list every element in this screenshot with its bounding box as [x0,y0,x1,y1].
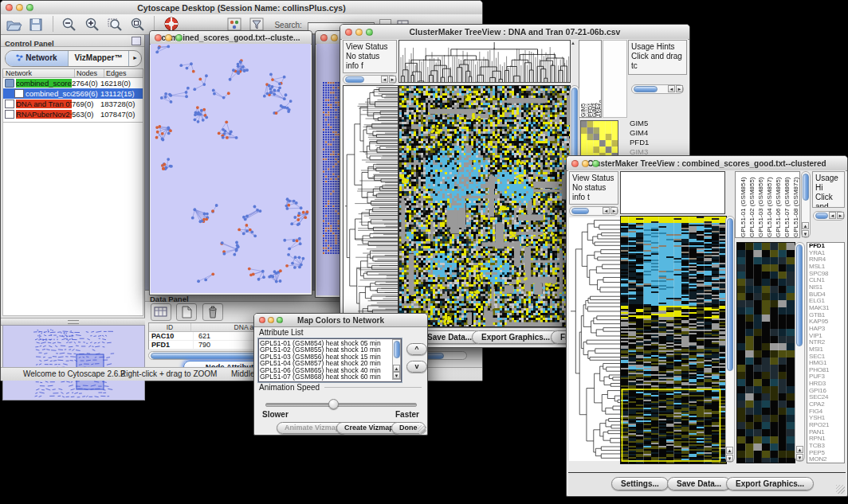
zoom-button[interactable] [175,34,183,41]
network-view-canvas[interactable] [151,44,311,293]
open-session-icon[interactable] [5,16,22,33]
tv2-heatmap-vscroll-thumb[interactable] [727,218,733,371]
tv2-column-label[interactable]: GPL51-07 (GSM868) [783,177,791,237]
network-table-row[interactable]: RNAPuberNov2+563(0)107847(0) [3,109,143,119]
tv1-status-scrollbar[interactable]: ◄ ► [343,75,397,84]
scroll-up-arrow[interactable]: ▲ [726,447,733,454]
move-up-button[interactable]: ^ [406,343,427,355]
tv1-row-label[interactable]: GIM4 [630,128,685,138]
scroll-right-arrow[interactable]: ► [837,212,844,219]
tv1-row-dendrogram-canvas[interactable] [343,85,398,327]
network-overview-canvas[interactable] [2,325,145,400]
dialog-title-bar[interactable]: Map Colors to Network [254,314,427,327]
zoom-fit-icon[interactable] [129,16,147,33]
main-title-bar[interactable]: Cytoscape Desktop (Session Name: collins… [1,1,482,15]
scroll-right-arrow[interactable]: ► [610,207,618,214]
tv1-row-label[interactable]: GIM5 [630,119,685,128]
tv1-column-dendrogram-canvas[interactable] [398,40,571,83]
tv2-save-data-button[interactable]: Save Data... [667,477,731,490]
tv1-heatmap-canvas[interactable] [398,85,571,327]
slider-thumb[interactable] [328,399,339,409]
tv2-export-graphics-button[interactable]: Export Graphics... [726,477,814,490]
treeview1-title-bar[interactable]: ClusterMaker TreeView : DNA and Tran 07-… [340,25,689,40]
tv2-column-label[interactable]: GPL51-02 (GSM855) [748,177,756,237]
move-down-button[interactable]: v [406,361,427,373]
minimize-button[interactable] [16,4,23,11]
tv2-row-dendrogram-canvas[interactable] [569,217,620,461]
zoom-selected-icon[interactable] [106,16,124,33]
minimize-button[interactable] [582,160,589,167]
tab-vizmapper[interactable]: VizMapper™ [69,51,129,66]
tv1-row-label[interactable]: PFD1 [630,138,685,147]
minimize-button[interactable] [331,34,338,41]
tv1-export-graphics-button[interactable]: Export Graphics... [472,330,559,344]
scroll-right-arrow[interactable]: ► [676,85,683,92]
float-panel-icon[interactable] [132,37,141,45]
scroll-down-arrow[interactable]: ▼ [802,230,809,237]
attribute-select-icon[interactable] [151,303,171,321]
network-table-row[interactable]: combined_sco2569(6)13112(15) [3,88,143,99]
attribute-list-scroll-thumb[interactable] [394,341,400,358]
resize-grip[interactable] [836,485,845,494]
tv2-heatmap-vscrollbar[interactable]: ▲ ▼ [725,216,735,463]
tv2-zoomed-heatmap-canvas[interactable] [736,242,795,463]
tv2-column-label[interactable]: GPL51-04 (GSM857) [765,177,774,237]
scroll-right-arrow[interactable]: ► [389,76,396,83]
tv2-settings-button[interactable]: Settings... [611,477,669,490]
tv2-column-label[interactable]: GPL51-06 (GSM865) [774,177,783,237]
scroll-left-arrow[interactable]: ◄ [603,207,610,214]
tv2-column-label[interactable]: GPL51-08 (GSM872) [791,177,800,237]
zoom-button[interactable] [366,29,373,36]
tv2-status-scrollbar[interactable]: ◄ ► [569,206,618,216]
scroll-down-arrow[interactable]: ▼ [393,372,400,379]
frame1-title-bar[interactable]: combined_scores_good.txt--cluste... [150,31,312,45]
new-attribute-icon[interactable] [176,303,197,321]
tv1-correlation-matrix-canvas[interactable] [580,120,618,160]
delete-attribute-icon[interactable] [202,303,223,321]
tv1-status-scroll-thumb[interactable] [345,76,364,83]
scroll-up-arrow[interactable]: ▲ [802,222,809,229]
minimize-button[interactable] [165,34,172,41]
attribute-list-item[interactable]: GPL51-07 (GSM868) heat shock 60 min [260,373,391,380]
tv2-column-label[interactable]: GPL51-01 (GSM854) [739,177,748,237]
tv2-usage-scroll-thumb[interactable] [815,213,828,219]
tv2-zoom-vscrollbar[interactable]: ▲ ▼ [795,242,805,462]
tv1-tree-up-arrow[interactable]: ▲ [571,41,575,45]
tv2-zoom-vscroll-thumb[interactable] [796,244,803,346]
tv2-column-label[interactable]: GPL51-03 (GSM856) [756,177,765,237]
tv2-usage-scrollbar[interactable]: ◄ ► [813,211,845,221]
scroll-down-arrow[interactable]: ▼ [796,454,803,461]
scroll-left-arrow[interactable]: ◄ [829,212,836,219]
attribute-listbox[interactable]: GPL51-01 (GSM854) heat shock 05 minGPL51… [258,338,402,382]
tv1-column-label[interactable]: PAC10 [600,100,603,117]
tv2-labels-vscrollbar[interactable]: ▲ ▼ [801,171,811,238]
tv1-usage-scrollbar[interactable]: ◄ ► [631,84,684,94]
tv2-status-scroll-thumb[interactable] [571,208,589,214]
save-session-icon[interactable] [27,16,45,33]
attribute-list-vscrollbar[interactable]: ▲ ▼ [392,339,401,380]
tab-network[interactable]: Network [6,51,69,66]
zoom-button[interactable] [277,317,283,323]
tv2-heatmap-canvas[interactable] [620,216,727,464]
scroll-down-arrow[interactable]: ▼ [726,455,733,462]
scroll-left-arrow[interactable]: ◄ [381,76,388,83]
resize-grip[interactable] [418,425,426,434]
close-button[interactable] [155,34,162,41]
gene-list-item[interactable]: MON2 [807,456,844,463]
tab-overflow-arrow[interactable]: ► [129,51,141,66]
zoom-in-icon[interactable] [84,16,101,33]
close-button[interactable] [259,317,265,323]
close-button[interactable] [6,4,13,11]
network-table-row[interactable]: combined_scores2764(0)16218(0) [3,78,143,88]
zoom-button[interactable] [592,160,599,167]
scroll-left-arrow[interactable]: ◄ [668,85,675,92]
slider-track[interactable] [265,403,417,407]
close-button[interactable] [320,34,328,41]
minimize-button[interactable] [268,317,274,323]
zoom-out-icon[interactable] [61,16,78,33]
close-button[interactable] [345,29,352,36]
minimize-button[interactable] [355,29,363,36]
treeview2-title-bar[interactable]: ClusterMaker TreeView : combined_scores_… [567,156,847,171]
network-table-row[interactable]: DNA and Tran 07769(0)183728(0) [3,99,143,109]
tv1-usage-scroll-thumb[interactable] [634,86,658,92]
